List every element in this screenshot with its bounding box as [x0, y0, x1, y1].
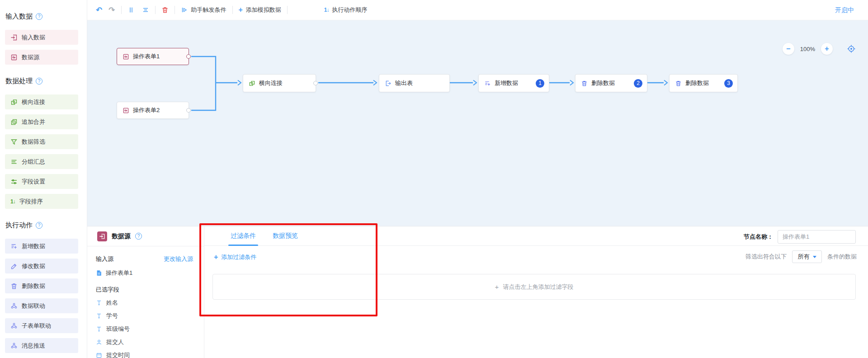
- assistant-trigger-label: 助手触发条件: [191, 6, 226, 14]
- sidebar-item-group-summary[interactable]: 分组汇总: [5, 154, 78, 169]
- align-horizontal-icon[interactable]: [142, 6, 149, 14]
- panel-source-column: 数据源 输入源 更改输入源 操作表单1 已选字段 姓名 学号 班级编号 提交人: [87, 226, 204, 358]
- status-badge[interactable]: 开启中: [835, 6, 854, 14]
- node-name-label: 节点名称：: [744, 233, 773, 241]
- datasource-icon: [123, 53, 129, 60]
- sidebar-item-subform-linkage[interactable]: 子表单联动: [5, 318, 78, 333]
- align-vertical-icon[interactable]: [127, 6, 135, 14]
- trigger-icon: [181, 6, 188, 14]
- edit-icon: [10, 263, 18, 270]
- node-horizontal-join[interactable]: 横向连接: [243, 74, 316, 92]
- user-icon: [96, 339, 102, 345]
- zoom-controls: 100%: [783, 43, 856, 55]
- group-title: 执行动作: [5, 221, 87, 230]
- tab-data-preview[interactable]: 数据预览: [273, 226, 298, 246]
- field-settings-icon: [10, 178, 18, 185]
- source-title: 数据源: [112, 232, 131, 240]
- output-port[interactable]: [186, 54, 191, 59]
- input-source-row: 输入源 更改输入源: [96, 255, 193, 263]
- sidebar-item-horizontal-join[interactable]: 横向连接: [5, 94, 78, 109]
- node-form-2[interactable]: 操作表单2: [117, 102, 189, 119]
- node-output-table[interactable]: 输出表: [379, 74, 450, 92]
- zoom-in-button[interactable]: [821, 43, 833, 55]
- field-name: 姓名: [106, 299, 118, 307]
- flow-connectors: [87, 20, 868, 226]
- node-add-data[interactable]: 新增数据 1: [478, 74, 549, 92]
- sidebar-item-modify-data[interactable]: 修改数据: [5, 259, 78, 273]
- field-row: 提交时间: [96, 351, 204, 358]
- export-icon: [385, 80, 392, 87]
- help-icon[interactable]: [36, 222, 42, 229]
- field-name: 提交时间: [106, 351, 130, 358]
- import-icon: [10, 34, 18, 41]
- filter-empty-area: 请点击左上角添加过滤字段: [212, 274, 856, 300]
- help-icon[interactable]: [36, 78, 42, 85]
- add-mock-data-button[interactable]: 添加模拟数据: [239, 6, 281, 14]
- zoom-level: 100%: [800, 46, 815, 52]
- tab-filter-conditions[interactable]: 过滤条件: [231, 226, 256, 246]
- field-row: 学号: [96, 312, 204, 320]
- toolbar-separator: [232, 6, 233, 14]
- sidebar-item-add-data[interactable]: 新增数据: [5, 239, 78, 254]
- sidebar-item-label: 删除数据: [22, 282, 45, 290]
- node-delete-data-2[interactable]: 删除数据 3: [669, 74, 738, 92]
- field-name: 学号: [106, 312, 118, 320]
- trash-icon: [675, 80, 682, 87]
- flow-canvas[interactable]: 操作表单1 操作表单2 横向连接 输出表 新增数据 1 删除数据 2 删除数据 …: [87, 20, 868, 226]
- add-filter-button[interactable]: 添加过滤条件: [214, 253, 256, 261]
- output-port[interactable]: [186, 108, 191, 113]
- group-data-processing: 数据处理 横向连接 追加合并 数据筛选 分组汇总 字段设置 字段排序: [0, 76, 87, 209]
- datasource-icon: [10, 54, 18, 61]
- filter-mode-select[interactable]: 所有: [792, 250, 822, 263]
- node-form-1[interactable]: 操作表单1: [117, 48, 189, 65]
- trash-icon: [10, 283, 18, 290]
- assistant-trigger-button[interactable]: 助手触发条件: [181, 6, 226, 14]
- sidebar-item-label: 输入数据: [22, 33, 45, 42]
- plus-icon: [495, 283, 499, 291]
- change-source-link[interactable]: 更改输入源: [164, 255, 193, 263]
- help-icon[interactable]: [135, 233, 142, 240]
- group-input-data: 输入数据 输入数据 数据源: [0, 12, 87, 65]
- order-badge: 2: [634, 79, 642, 88]
- source-form-row: 操作表单1: [96, 269, 204, 277]
- sidebar-item-label: 消息推送: [22, 342, 45, 350]
- add-data-icon: [10, 243, 18, 250]
- delete-node-icon[interactable]: [161, 6, 169, 14]
- field-name: 班级编号: [106, 325, 130, 333]
- sidebar-item-message-push[interactable]: 消息推送: [5, 338, 78, 353]
- sidebar-item-label: 子表单联动: [22, 322, 51, 330]
- locate-icon[interactable]: [847, 44, 856, 53]
- sidebar-item-input-data[interactable]: 输入数据: [5, 30, 78, 45]
- sidebar-item-data-linkage[interactable]: 数据联动: [5, 298, 78, 313]
- help-icon[interactable]: [36, 13, 42, 20]
- field-name: 提交人: [106, 338, 124, 346]
- filter-prefix: 筛选出符合以下: [745, 253, 787, 261]
- add-mock-data-label: 添加模拟数据: [246, 6, 281, 14]
- sidebar-item-field-settings[interactable]: 字段设置: [5, 174, 78, 189]
- sidebar-item-datasource[interactable]: 数据源: [5, 50, 78, 65]
- field-sort-icon: [10, 198, 15, 205]
- horizontal-join-icon: [10, 99, 18, 106]
- action-order-button[interactable]: 执行动作顺序: [324, 6, 368, 14]
- toolbar-separator: [287, 6, 288, 14]
- node-label: 删除数据: [685, 79, 709, 87]
- input-source-label: 输入源: [96, 255, 113, 263]
- undo-icon[interactable]: [96, 6, 102, 14]
- toolbar-separator: [155, 6, 156, 14]
- empty-hint: 请点击左上角添加过滤字段: [503, 283, 573, 291]
- node-name-input[interactable]: [778, 230, 856, 244]
- sidebar-item-delete-data[interactable]: 删除数据: [5, 278, 78, 293]
- form-doc-icon: [96, 270, 102, 276]
- sidebar-item-field-sort[interactable]: 字段排序: [5, 194, 78, 209]
- append-merge-icon: [10, 118, 18, 126]
- redo-icon[interactable]: [108, 6, 115, 14]
- node-delete-data-1[interactable]: 删除数据 2: [575, 74, 647, 92]
- sidebar-item-data-filter[interactable]: 数据筛选: [5, 134, 78, 149]
- sidebar-item-label: 新增数据: [22, 242, 45, 250]
- horizontal-join-icon: [249, 80, 255, 87]
- zoom-out-button[interactable]: [783, 43, 794, 55]
- group-actions: 执行动作 新增数据 修改数据 删除数据 数据联动 子表单联动 消息推送: [0, 221, 87, 358]
- output-port[interactable]: [313, 81, 318, 85]
- sidebar-item-append-merge[interactable]: 追加合并: [5, 114, 78, 129]
- field-row: 姓名: [96, 299, 204, 307]
